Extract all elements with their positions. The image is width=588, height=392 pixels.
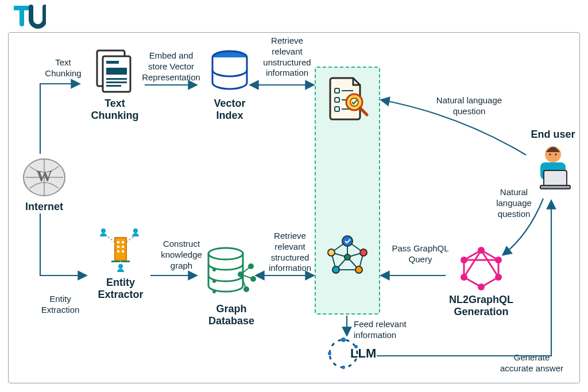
- svg-rect-75: [544, 170, 567, 187]
- svg-rect-5: [106, 68, 127, 75]
- svg-rect-40: [117, 250, 119, 253]
- edge-label-construct-kg: Construct knowledge graph: [153, 239, 210, 271]
- edge-label-entity-extraction: Entity Extraction: [34, 294, 86, 316]
- svg-point-51: [212, 280, 216, 283]
- svg-point-57: [249, 264, 253, 269]
- internet-label: Internet: [13, 201, 76, 213]
- edge-label-generate-answer: Generate accurate answer: [492, 352, 572, 374]
- svg-point-67: [328, 352, 331, 355]
- svg-text:LLM: LLM: [350, 346, 376, 360]
- svg-point-32: [332, 266, 339, 273]
- text-chunking-label: Text Chunking: [80, 98, 149, 122]
- svg-text:W: W: [36, 167, 52, 185]
- svg-rect-76: [540, 185, 570, 189]
- svg-line-18: [360, 108, 367, 115]
- svg-point-61: [495, 257, 502, 263]
- svg-rect-38: [117, 246, 119, 248]
- svg-point-66: [341, 337, 346, 342]
- graphql-logo-icon: [447, 246, 516, 294]
- svg-point-29: [342, 236, 353, 246]
- svg-point-68: [342, 366, 345, 369]
- svg-point-62: [495, 274, 502, 281]
- node-vector-index: Vector Index: [195, 49, 264, 122]
- node-nl2graphql: NL2GraphQL Generation: [447, 246, 516, 318]
- svg-point-60: [478, 247, 485, 254]
- vector-database-icon: [195, 49, 264, 98]
- edge-label-nl-question-top: Natural language question: [426, 95, 512, 117]
- document-search-magnifier-icon: [324, 76, 370, 126]
- svg-point-64: [461, 274, 467, 281]
- edge-label-nl-question-side: Natural language question: [488, 187, 540, 219]
- svg-point-52: [212, 290, 216, 293]
- globe-wikipedia-icon: W: [13, 156, 76, 201]
- svg-point-73: [555, 153, 556, 155]
- node-knowledge-graph: [323, 233, 372, 284]
- svg-rect-7: [106, 81, 127, 83]
- svg-rect-36: [117, 241, 119, 243]
- svg-point-59: [244, 287, 249, 292]
- svg-rect-41: [122, 250, 124, 253]
- tu-brand-logo: [14, 5, 46, 32]
- edge-label-pass-graphql: Pass GraphQL Query: [386, 243, 455, 265]
- node-internet: W Internet: [13, 156, 76, 213]
- svg-point-56: [238, 272, 243, 277]
- svg-point-47: [133, 228, 138, 233]
- entity-extractor-label: Entity Extractor: [86, 277, 155, 301]
- svg-point-48: [118, 264, 123, 269]
- svg-point-72: [549, 153, 551, 155]
- node-entity-extractor: Entity Extractor: [86, 225, 155, 301]
- edge-label-embed-store: Embed and store Vector Representation: [137, 51, 206, 83]
- svg-point-58: [251, 277, 256, 281]
- svg-rect-8: [106, 85, 121, 87]
- svg-point-31: [360, 249, 367, 256]
- graph-db-label: Graph Database: [194, 303, 269, 327]
- svg-rect-37: [122, 241, 124, 243]
- svg-point-63: [478, 284, 485, 290]
- edge-label-text-chunking: Text Chunking: [40, 57, 86, 79]
- nl2graphql-label: NL2GraphQL Generation: [447, 294, 516, 318]
- svg-point-33: [355, 266, 362, 273]
- svg-rect-35: [115, 238, 126, 261]
- svg-rect-4: [106, 61, 119, 64]
- edge-label-feed-relevant: Feed relevant information: [354, 319, 423, 341]
- svg-point-65: [461, 257, 467, 263]
- svg-rect-6: [106, 78, 127, 80]
- people-nodes-building-icon: [86, 225, 155, 277]
- svg-point-49: [208, 248, 243, 259]
- svg-point-34: [345, 254, 350, 260]
- node-doc-search: [324, 76, 370, 126]
- svg-point-30: [328, 249, 335, 256]
- svg-rect-39: [122, 246, 124, 248]
- svg-point-46: [101, 228, 106, 233]
- edge-label-retrieve-structured: Retrieve relevant structured information: [258, 231, 322, 274]
- svg-point-50: [212, 268, 216, 271]
- vector-index-label: Vector Index: [195, 98, 264, 122]
- end-user-label: End user: [521, 129, 585, 141]
- edge-label-retrieve-unstructured: Retrieve relevant unstructured informati…: [256, 36, 319, 79]
- knowledge-graph-nodes-icon: [323, 233, 372, 284]
